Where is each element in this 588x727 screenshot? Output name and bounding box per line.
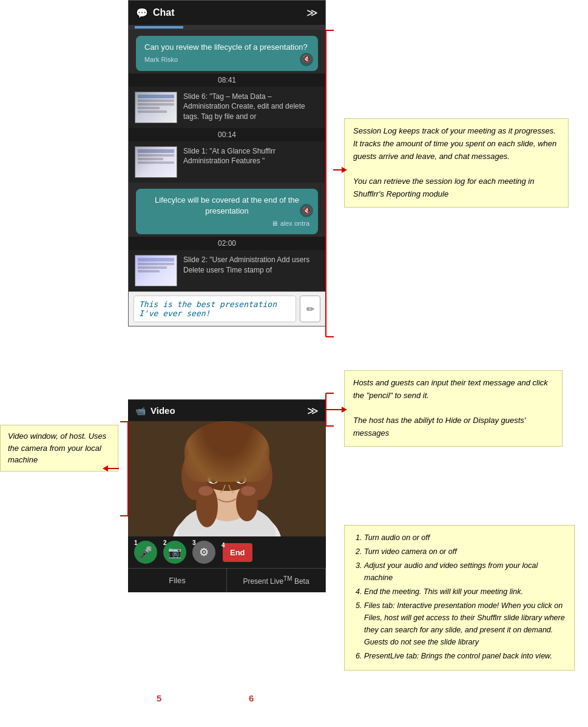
chat-panel: 💬 Chat ≫ Can you review the lifecycle of… — [128, 0, 326, 326]
thumb-line — [138, 154, 174, 157]
svg-point-14 — [238, 477, 245, 483]
chat-progress-inner — [135, 26, 183, 29]
video-header-left: 📹 Video — [135, 405, 175, 416]
thumb-line — [138, 149, 174, 153]
mic-button[interactable]: 1 🎤 — [134, 541, 157, 564]
thumb-line — [138, 266, 167, 269]
thumb-line — [138, 95, 174, 98]
chat-input-field[interactable]: This is the best presentation I've ever … — [133, 296, 296, 322]
annotation-chat-input: Hosts and guests can input their text me… — [344, 370, 563, 447]
tab-bar: Files Present LiveTM Beta — [128, 568, 326, 592]
ctrl-num-4: 4 — [221, 542, 225, 549]
video-panel: 📹 Video ≫ — [128, 399, 326, 592]
annotation-controls: Turn audio on or off Turn video camera o… — [344, 525, 575, 671]
slide-row-2: Slide 1: "At a Glance Shufflrr Administr… — [129, 141, 325, 183]
send-button[interactable]: ✏ — [300, 296, 320, 322]
reply-sender: 🖥 alex ontra — [144, 219, 309, 228]
slide-thumb-1 — [135, 92, 177, 123]
controls-item-6: PresentLive tab: Brings the control pane… — [364, 650, 566, 662]
page-container: 💬 Chat ≫ Can you review the lifecycle of… — [0, 0, 588, 727]
svg-point-16 — [241, 486, 255, 496]
slide-row-1: Slide 6: "Tag – Meta Data – Administrati… — [129, 87, 325, 128]
camera-button[interactable]: 2 📷 — [163, 541, 186, 564]
svg-point-13 — [211, 477, 217, 483]
num-label-6: 6 — [249, 693, 254, 703]
settings-button[interactable]: 3 ⚙ — [192, 541, 215, 564]
num-label-5: 5 — [157, 693, 161, 703]
annotation-video: Video window, of host. Uses the camera f… — [0, 425, 118, 472]
present-live-tab[interactable]: Present LiveTM Beta — [227, 569, 326, 592]
timestamp-value-2: 00:14 — [218, 130, 236, 139]
slide-text-2: Slide 1: "At a Glance Shufflrr Administr… — [183, 146, 319, 167]
chat-progress-bar — [129, 25, 325, 30]
video-content — [128, 421, 326, 536]
mute-icon: 🔇 — [302, 54, 311, 64]
controls-item-3: Adjust your audio and video settings fro… — [364, 560, 566, 584]
slide-thumb-2 — [135, 146, 177, 178]
chat-icon: 💬 — [136, 7, 148, 19]
chat-header-left: 💬 Chat — [136, 7, 175, 19]
thumb-line — [138, 270, 160, 272]
thumb-line — [138, 158, 163, 160]
video-collapse-button[interactable]: ≫ — [307, 404, 319, 418]
video-cam-icon: 📹 — [135, 406, 146, 416]
controls-item-4: End the meeting. This will kill your mee… — [364, 586, 566, 598]
ctrl-num-1: 1 — [134, 539, 138, 546]
mute-icon-2: 🔇 — [302, 206, 311, 216]
timestamp-2: 00:14 — [129, 128, 325, 141]
controls-item-5: Files tab: Interactive presentation mode… — [364, 600, 566, 648]
reply-sender-name: alex ontra — [280, 219, 309, 228]
message-text-1: Can you review the lifecycle of a presen… — [144, 42, 308, 52]
slide-text-1: Slide 6: "Tag – Meta Data – Administrati… — [183, 92, 319, 122]
slide-thumb-inner-1 — [135, 92, 177, 123]
thumb-line — [138, 100, 174, 102]
slide-thumb-inner-2 — [135, 147, 177, 177]
chat-input-text2: The host has the abiliyt to Hide or Disp… — [353, 414, 553, 440]
chat-input-text1: Hosts and guests can input their text me… — [353, 377, 553, 402]
controls-bar: 1 🎤 2 📷 3 ⚙ 4 End — [128, 536, 326, 568]
message-bubble-1: Can you review the lifecycle of a presen… — [136, 36, 318, 71]
chat-header: 💬 Chat ≫ — [129, 1, 325, 25]
reply-text: Lifecylce will be covered at the end of … — [155, 195, 299, 215]
slide-thumb-inner-3 — [135, 255, 177, 286]
chat-title: Chat — [153, 7, 175, 18]
video-annotation-text: Video window, of host. Uses the camera f… — [8, 430, 110, 466]
annotation-session-log: Session Log keeps track of your meeting … — [344, 118, 569, 208]
session-log-text2: You can retrieve the session log for eac… — [353, 175, 559, 201]
end-button-container[interactable]: 4 End — [221, 543, 252, 562]
chat-input-area: This is the best presentation I've ever … — [129, 291, 325, 326]
thumb-line — [138, 161, 174, 164]
ctrl-num-2: 2 — [163, 539, 167, 546]
reply-sender-icon: 🖥 — [271, 219, 278, 228]
end-meeting-button[interactable]: End — [223, 543, 252, 562]
svg-point-5 — [188, 424, 266, 491]
video-feed-svg — [128, 421, 326, 536]
slide-text-3: Slide 2: "User Administration Add users … — [183, 255, 319, 276]
video-header: 📹 Video ≫ — [128, 399, 326, 421]
video-face — [128, 421, 326, 536]
message-action-btn-1[interactable]: 🔇 — [300, 53, 313, 66]
files-tab-label: Files — [169, 576, 185, 585]
present-live-label: Present LiveTM Beta — [243, 575, 309, 586]
reply-action-btn[interactable]: 🔇 — [300, 204, 313, 217]
controls-item-1: Turn audio on or off — [364, 532, 566, 544]
files-tab[interactable]: Files — [128, 569, 227, 592]
chat-collapse-button[interactable]: ≫ — [306, 6, 318, 19]
controls-list: Turn audio on or off Turn video camera o… — [353, 532, 566, 662]
timestamp-3: 02:00 — [129, 237, 325, 250]
controls-item-2: Turn video camera on or off — [364, 546, 566, 558]
timestamp-value-1: 08:41 — [218, 76, 236, 84]
thumb-line — [138, 258, 174, 262]
svg-point-15 — [198, 486, 213, 496]
video-title: Video — [150, 405, 175, 416]
slide-thumb-3 — [135, 255, 177, 286]
timestamp-value-3: 02:00 — [218, 239, 236, 248]
thumb-line — [138, 103, 174, 106]
slide-row-3: Slide 2: "User Administration Add users … — [129, 250, 325, 291]
thumb-line — [138, 263, 174, 265]
message-sender-1: Mark Risko — [144, 55, 309, 64]
session-log-text1: Session Log keeps track of your meeting … — [353, 125, 559, 163]
timestamp-1: 08:41 — [129, 73, 325, 87]
message-bubble-reply: Lifecylce will be covered at the end of … — [136, 189, 318, 235]
pencil-icon: ✏ — [306, 303, 314, 315]
